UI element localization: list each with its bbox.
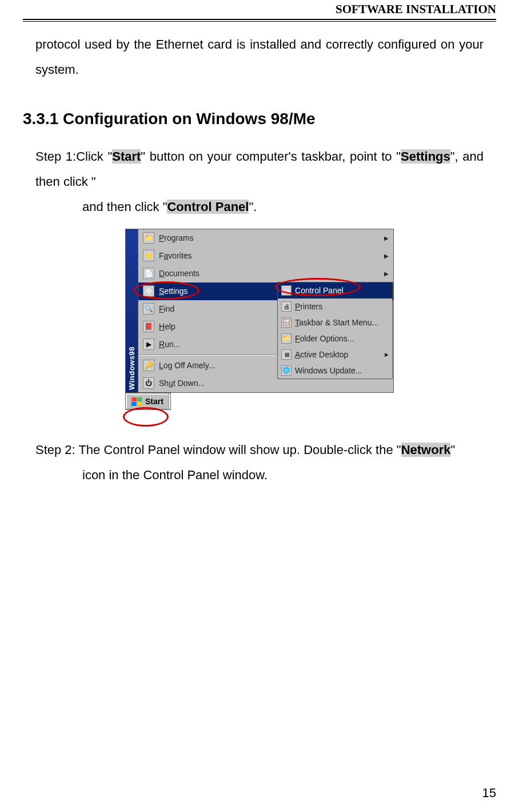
flyout-active-desktop[interactable]: 🖥 Active Desktop ▶ <box>278 347 392 363</box>
step-2: Step 2: The Control Panel window will sh… <box>23 437 496 488</box>
taskbar-icon: 🪟 <box>281 317 292 328</box>
flyout-label: Printers <box>295 302 389 311</box>
menu-label: Documents <box>159 269 384 278</box>
step2-quote: " <box>450 443 455 457</box>
step2-post: icon in the Control Panel window. <box>82 468 268 482</box>
page-number: 15 <box>482 786 496 801</box>
submenu-arrow-icon: ▶ <box>384 270 389 277</box>
submenu-arrow-icon: ▶ <box>385 352 389 357</box>
menu-item-documents[interactable]: 📄 Documents ▶ <box>138 265 393 282</box>
windows-update-icon: 🌐 <box>281 365 292 376</box>
start-label: Start <box>145 397 163 406</box>
menu-label: Shut Down... <box>159 379 389 388</box>
menu-item-favorites[interactable]: ⭐ Favorites ▶ <box>138 247 393 265</box>
programs-icon: 📁 <box>143 232 154 244</box>
step1-post: ". <box>249 200 257 214</box>
step1-start: Start <box>112 149 141 164</box>
start-menu-screenshot: Windows98 📁 Programs ▶ ⭐ Favorites ▶ 📄 D… <box>125 229 394 410</box>
find-icon: 🔍 <box>143 303 154 315</box>
step2-pre: Step 2: The Control Panel window will sh… <box>35 443 401 457</box>
start-button[interactable]: Start <box>126 393 169 409</box>
settings-flyout: 🗂 Control Panel 🖨 Printers 🪟 Taskbar & S… <box>277 282 393 379</box>
control-panel-icon: 🗂 <box>281 285 292 296</box>
run-icon: ▶ <box>143 339 154 350</box>
menu-label: Programs <box>159 233 384 242</box>
flyout-windows-update[interactable]: 🌐 Windows Update... <box>278 363 392 379</box>
menu-item-programs[interactable]: 📁 Programs ▶ <box>138 229 393 247</box>
step2-network: Network <box>401 443 451 457</box>
header-rule <box>23 21 496 22</box>
logoff-icon: 🔑 <box>143 360 154 371</box>
documents-icon: 📄 <box>143 268 154 279</box>
step1-mid1: " button on your computer's taskbar, poi… <box>141 149 401 164</box>
submenu-arrow-icon: ▶ <box>384 235 389 241</box>
flyout-label: Control Panel <box>295 286 389 295</box>
windows98-banner: Windows98 <box>125 229 138 393</box>
flyout-printers[interactable]: 🖨 Printers <box>278 298 392 315</box>
step1-settings: Settings <box>401 149 450 164</box>
folder-options-icon: 📁 <box>281 333 292 344</box>
favorites-icon: ⭐ <box>143 250 154 261</box>
flyout-label: Active Desktop <box>295 350 385 359</box>
flyout-folder-options[interactable]: 📁 Folder Options... <box>278 331 392 347</box>
active-desktop-icon: 🖥 <box>281 349 292 360</box>
page-header: SOFTWARE INSTALLATION <box>23 0 496 20</box>
step-1: Step 1:Click "Start" button on your comp… <box>23 144 496 220</box>
submenu-arrow-icon: ▶ <box>384 253 389 259</box>
intro-paragraph: protocol used by the Ethernet card is in… <box>23 32 496 82</box>
step1-controlpanel: Control Panel <box>167 200 249 214</box>
flyout-taskbar[interactable]: 🪟 Taskbar & Start Menu... <box>278 315 392 331</box>
menu-label: Favorites <box>159 251 384 260</box>
shutdown-icon: ⏻ <box>143 377 154 389</box>
step1-pre: Step 1:Click " <box>35 149 112 164</box>
help-icon: 📕 <box>143 321 154 332</box>
printers-icon: 🖨 <box>281 301 292 312</box>
section-heading: 3.3.1 Configuration on Windows 98/Me <box>23 110 496 128</box>
taskbar: Start <box>125 393 171 410</box>
flyout-label: Windows Update... <box>295 366 389 375</box>
flyout-label: Folder Options... <box>295 334 389 343</box>
annotation-circle-start <box>123 407 169 427</box>
windows-flag-icon <box>131 397 142 406</box>
flyout-label: Taskbar & Start Menu... <box>295 318 389 327</box>
step1-line2-text: and then click " <box>82 200 167 214</box>
flyout-control-panel[interactable]: 🗂 Control Panel <box>278 282 392 298</box>
settings-icon: ⚙ <box>143 285 154 297</box>
